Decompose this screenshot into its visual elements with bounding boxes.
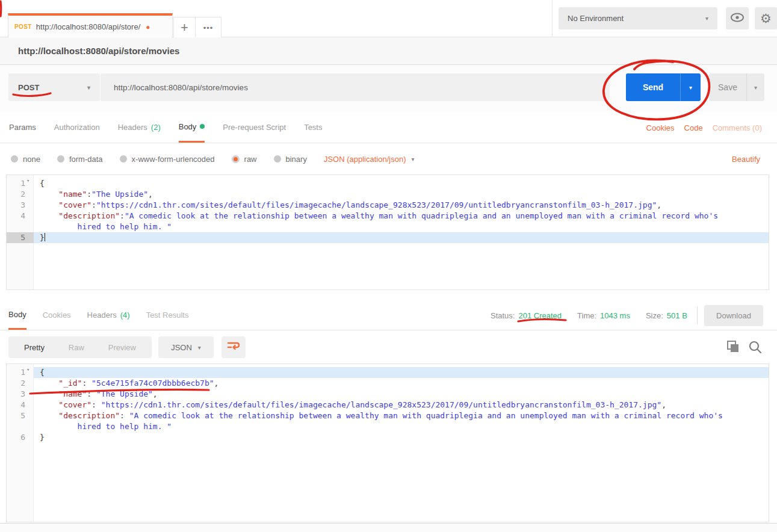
tab-pre-request-script[interactable]: Pre-request Script bbox=[223, 112, 286, 143]
tab-label: Authorization bbox=[54, 123, 100, 132]
copy-response-button[interactable] bbox=[726, 340, 740, 357]
code-token bbox=[40, 400, 58, 409]
fold-caret-icon[interactable]: ▾ bbox=[26, 175, 29, 186]
comments-link[interactable]: Comments (0) bbox=[713, 123, 762, 132]
code-token: "name" bbox=[58, 190, 87, 199]
request-tab[interactable]: POST http://localhost:8080/api/store/ ● bbox=[8, 13, 173, 38]
response-format-select[interactable]: JSON ▾ bbox=[158, 336, 214, 358]
radio-binary[interactable]: binary bbox=[274, 155, 307, 164]
code-line: 3 "cover":"https://cdn1.thr.com/sites/de… bbox=[7, 200, 769, 211]
tab-url-label: http://localhost:8080/api/store/ bbox=[36, 22, 140, 31]
request-body-editor[interactable]: 1 ▾ { 2 "name":"The Upside", 3 "cover":"… bbox=[6, 175, 769, 290]
environment-value: No Environment bbox=[568, 14, 624, 23]
code-token: { bbox=[40, 179, 45, 188]
headers-count: (4) bbox=[120, 311, 130, 320]
tab-params[interactable]: Params bbox=[9, 112, 36, 143]
response-toolbar: Pretty Raw Preview JSON ▾ bbox=[0, 330, 777, 363]
radio-label: raw bbox=[244, 155, 257, 164]
tab-headers[interactable]: Headers (2) bbox=[118, 112, 161, 143]
send-options-button[interactable]: ▾ bbox=[680, 73, 701, 101]
beautify-link[interactable]: Beautify bbox=[732, 143, 760, 175]
chevron-down-icon: ▾ bbox=[87, 84, 90, 91]
view-preview[interactable]: Preview bbox=[108, 343, 136, 352]
line-number: 5 bbox=[7, 232, 34, 243]
code-token: "description" bbox=[58, 411, 120, 420]
chevron-down-icon: ▾ bbox=[689, 84, 692, 91]
view-pretty[interactable]: Pretty bbox=[24, 343, 45, 352]
code-token: : bbox=[87, 190, 91, 199]
environment-select[interactable]: No Environment ▾ bbox=[559, 7, 717, 29]
save-label: Save bbox=[709, 73, 746, 101]
environment-quicklook-button[interactable] bbox=[726, 7, 749, 29]
beautify-label: Beautify bbox=[732, 155, 760, 164]
tab-response-headers[interactable]: Headers (4) bbox=[87, 300, 130, 330]
code-line-wrap: hired to help him. " bbox=[7, 221, 769, 232]
radio-icon bbox=[120, 155, 127, 162]
code-line-active: 5 } bbox=[7, 232, 769, 243]
ellipsis-icon: ••• bbox=[203, 23, 214, 32]
radio-label: x-www-form-urlencoded bbox=[132, 155, 215, 164]
radio-form-data[interactable]: form-data bbox=[57, 155, 103, 164]
new-tab-button[interactable]: + bbox=[173, 17, 196, 38]
radio-label: form-data bbox=[69, 155, 103, 164]
search-response-button[interactable] bbox=[748, 340, 763, 357]
send-label: Send bbox=[626, 73, 680, 101]
tab-label: Headers bbox=[87, 311, 117, 320]
request-title-bar: http://localhost:8080/api/store/movies bbox=[0, 37, 777, 65]
save-button[interactable]: Save ▾ bbox=[709, 73, 764, 101]
postman-app: POST http://localhost:8080/api/store/ ● … bbox=[0, 0, 777, 532]
code-token bbox=[40, 411, 58, 420]
code-line: 5 "description": "A comedic look at the … bbox=[7, 410, 769, 421]
response-body-editor[interactable]: 1 ▾ { 2 "_id": "5c4e715fa74c07dbbb6ecb7b… bbox=[6, 363, 769, 522]
time-value: 1043 ms bbox=[600, 311, 630, 320]
tab-label: Params bbox=[9, 123, 36, 132]
request-title-url: http://localhost:8080/api/store/movies bbox=[18, 46, 179, 56]
request-bar: POST ▾ http://localhost:8080/api/store/m… bbox=[0, 65, 777, 112]
download-button[interactable]: Download bbox=[704, 305, 763, 326]
code-line: 1 ▾ { bbox=[7, 178, 769, 189]
content-type-select[interactable]: JSON (application/json) ▾ bbox=[324, 155, 415, 164]
line-number: 2 bbox=[7, 378, 34, 389]
radio-x-www-form-urlencoded[interactable]: x-www-form-urlencoded bbox=[120, 155, 215, 164]
save-options-button[interactable]: ▾ bbox=[746, 73, 764, 101]
code-line: 2 "_id": "5c4e715fa74c07dbbb6ecb7b", bbox=[7, 378, 769, 389]
radio-none[interactable]: none bbox=[11, 155, 40, 164]
tab-body[interactable]: Body bbox=[179, 112, 205, 143]
code-token: "cover" bbox=[58, 200, 91, 209]
url-value: http://localhost:8080/api/store/movies bbox=[114, 83, 248, 92]
line-number: 4 bbox=[7, 211, 34, 221]
view-raw[interactable]: Raw bbox=[69, 343, 84, 352]
cookies-link[interactable]: Cookies bbox=[646, 123, 675, 132]
tab-response-body[interactable]: Body bbox=[8, 300, 26, 330]
tab-tests[interactable]: Tests bbox=[304, 112, 322, 143]
code-token: "https://cdn1.thr.com/sites/default/file… bbox=[96, 200, 657, 209]
chevron-down-icon: ▾ bbox=[411, 156, 414, 162]
fold-caret-icon[interactable]: ▾ bbox=[26, 364, 29, 375]
url-input[interactable]: http://localhost:8080/api/store/movies bbox=[101, 73, 610, 101]
tab-response-cookies[interactable]: Cookies bbox=[43, 300, 71, 330]
code-token: "_id" bbox=[58, 379, 82, 388]
size-value: 501 B bbox=[667, 311, 687, 320]
code-token: } bbox=[40, 233, 45, 242]
wrap-lines-button[interactable] bbox=[221, 336, 246, 358]
code-token: , bbox=[657, 200, 661, 209]
tab-label: Headers bbox=[118, 123, 147, 132]
settings-button[interactable]: ⚙ bbox=[755, 7, 777, 29]
send-button[interactable]: Send ▾ bbox=[626, 73, 701, 101]
status-pair: Status: 201 Created bbox=[491, 311, 562, 320]
radio-raw[interactable]: raw bbox=[232, 155, 257, 164]
tab-label: Body bbox=[8, 310, 26, 319]
method-value: POST bbox=[18, 83, 39, 92]
code-line: 2 "name":"The Upside", bbox=[7, 189, 769, 200]
radio-selected-icon bbox=[232, 155, 240, 163]
tab-options-button[interactable]: ••• bbox=[195, 17, 221, 38]
tab-authorization[interactable]: Authorization bbox=[54, 112, 100, 143]
code-link[interactable]: Code bbox=[684, 123, 703, 132]
time-label: Time: bbox=[577, 311, 596, 320]
tab-test-results[interactable]: Test Results bbox=[146, 300, 189, 330]
body-type-bar: none form-data x-www-form-urlencoded raw… bbox=[0, 143, 777, 175]
method-select[interactable]: POST ▾ bbox=[8, 73, 100, 101]
code-line: 4 "description":"A comedic look at the r… bbox=[7, 211, 769, 221]
radio-icon bbox=[274, 155, 281, 162]
divider bbox=[697, 306, 698, 324]
